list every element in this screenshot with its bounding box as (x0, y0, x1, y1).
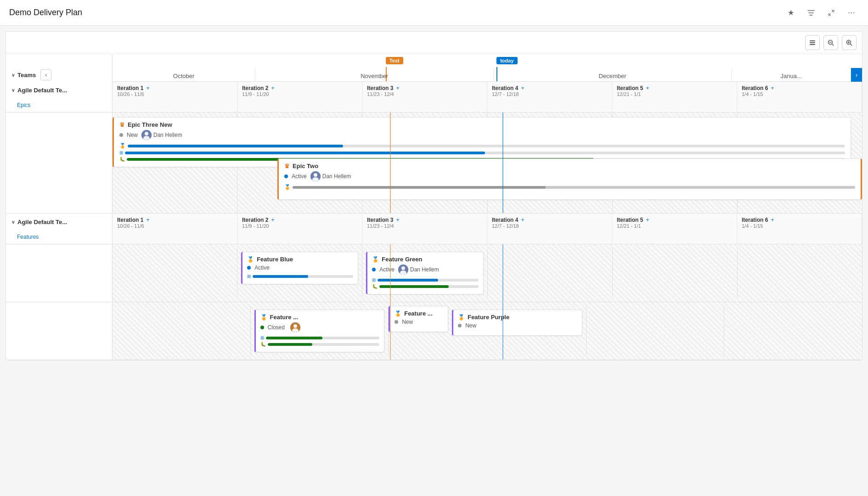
team2-left-header: ∨ Agile Default Te... Features (6, 214, 113, 244)
team1-iter2-add-button[interactable]: + (271, 85, 275, 91)
feature-closed-bar2: 🐛 (260, 342, 380, 347)
progress-fill-fb (253, 275, 308, 278)
feature-closed-title-row: 🏅 Feature ... (260, 314, 380, 321)
status-dot-fp (458, 324, 462, 327)
month-october: October (113, 68, 255, 81)
epic-two-card[interactable]: ♛ Epic Two Active (277, 158, 862, 200)
feature-closed-bar1: ⊞ (260, 335, 380, 340)
feature-closed-title: Feature ... (270, 314, 298, 321)
epic-three-bar1: 🏅 (119, 143, 845, 149)
test-v-line (390, 113, 391, 213)
team1-name-row[interactable]: ∨ Agile Default Te... (6, 82, 112, 98)
test-v-line-r2 (390, 302, 391, 360)
feature-closed-status-row: Closed (260, 322, 380, 333)
team2-iter5: Iteration 5 + 12/21 - 1/1 (612, 214, 737, 244)
stack-icon-fc: ⊞ (260, 335, 264, 340)
progress-fill-fc1 (266, 337, 323, 339)
progress-track-fc1 (266, 337, 380, 339)
team2-iter3-add-button[interactable]: + (396, 216, 400, 223)
team2-iter2-add-button[interactable]: + (271, 216, 275, 223)
trophy-icon-fc: 🏅 (260, 314, 267, 321)
chevron-down-icon: ∨ (11, 73, 15, 78)
teams-header: ∨ Teams ‹ (6, 54, 113, 82)
more-button[interactable]: ⋯ (844, 6, 859, 20)
team2-iter5-add-button[interactable]: + (646, 216, 649, 223)
nav-prev-button[interactable]: ‹ (40, 69, 51, 80)
feature-purple-status-row: New (458, 322, 577, 329)
filter-button[interactable] (804, 6, 818, 20)
epic-three-title: Epic Three New (128, 121, 172, 128)
team2-name-row[interactable]: ∨ Agile Default Te... (6, 214, 112, 230)
team1-left-header: ∨ Agile Default Te... Epics (6, 82, 113, 112)
epic-two-bar1: 🏅 (284, 184, 855, 190)
feature-closed-card[interactable]: 🏅 Feature ... Closed (254, 310, 385, 352)
team1-iter5-add-button[interactable]: + (646, 85, 649, 91)
team2-iter3: Iteration 3 + 11/23 - 12/4 (362, 214, 487, 244)
team2-col4-r1 (488, 248, 613, 298)
team2-features-left (6, 244, 113, 302)
epic-three-status: New (127, 132, 138, 138)
team2-iter2: Iteration 2 + 11/9 - 11/20 (237, 214, 362, 244)
zoom-in-button[interactable] (842, 35, 857, 50)
feature-green-title-row: 🏅 Feature Green (372, 256, 478, 263)
team1-epics-link[interactable]: Epics (6, 98, 112, 112)
test-line (386, 67, 387, 82)
team2-features-row1: 🏅 Feature Blue Active ⊞ (6, 244, 862, 302)
team2-iter6-add-button[interactable]: + (771, 216, 774, 223)
trophy-icon-e3: 🏅 (119, 143, 126, 149)
team2-col6-r1 (738, 248, 862, 298)
team1-iter6-add-button[interactable]: + (771, 85, 774, 91)
team1-iter1-add-button[interactable]: + (146, 85, 150, 91)
team1-iter4: Iteration 4 + 12/7 - 12/18 (487, 82, 612, 112)
bug-icon-fg: 🐛 (372, 284, 378, 289)
plan-container: Test today ∨ Teams ‹ October (6, 31, 862, 361)
team2-name: Agile Default Te... (17, 219, 67, 225)
feature-blue-bar1: ⊞ (247, 274, 353, 279)
epic-three-assignee: Dan Hellem (141, 130, 182, 140)
team2-features-gantt-r1: 🏅 Feature Blue Active ⊞ (113, 244, 862, 302)
feature-blue-status-row: Active (247, 265, 353, 271)
team2-iter4-add-button[interactable]: + (521, 216, 524, 223)
zoom-out-button[interactable] (823, 35, 838, 50)
team1-epics-row: ♛ Epic Three New New (6, 113, 862, 214)
team1-epics-left (6, 113, 113, 213)
chevron-down-icon-t1: ∨ (11, 88, 15, 93)
epic-three-status-row: New Dan Hellem (119, 130, 845, 140)
team1-name: Agile Default Te... (17, 87, 67, 94)
feature-green-title: Feature Green (382, 256, 422, 263)
team1-iter3-add-button[interactable]: + (396, 85, 400, 91)
collapse-rows-button[interactable] (805, 35, 820, 50)
team1-iter4-add-button[interactable]: + (521, 85, 524, 91)
feature-blue-title: Feature Blue (257, 256, 293, 263)
team2-features-link[interactable]: Features (6, 230, 112, 244)
progress-track-fc2 (268, 343, 380, 346)
svg-rect-1 (810, 42, 815, 43)
status-dot-e2 (284, 175, 288, 178)
team2-iter1-add-button[interactable]: + (146, 216, 150, 223)
team2-col2-r2: 🏅 Feature ... Closed (251, 306, 389, 356)
team1-epics-gantt: ♛ Epic Three New New (113, 113, 862, 213)
progress-fill-e2-1 (293, 186, 546, 189)
team1-iter3: Iteration 3 + 11/23 - 12/4 (362, 82, 487, 112)
star-button[interactable]: ★ (783, 6, 798, 20)
team2-iter4: Iteration 4 + 12/7 - 12/18 (487, 214, 612, 244)
page-title: Demo Delivery Plan (9, 8, 82, 17)
feature-new-card[interactable]: 🏅 Feature ... New (389, 306, 448, 332)
team2-iter-cols: Iteration 1 + 10/26 - 11/6 Iteration 2 +… (113, 214, 862, 244)
svg-point-9 (314, 173, 317, 177)
progress-track-fg2 (379, 285, 478, 288)
epic-three-bar2: ⊞ (119, 150, 845, 155)
feature-blue-card[interactable]: 🏅 Feature Blue Active ⊞ (241, 252, 358, 284)
epic-two-status-row: Active Dan Hellem (284, 171, 855, 181)
bug-icon-e3: 🐛 (119, 157, 125, 162)
feature-closed-status: Closed (268, 324, 285, 331)
feature-green-card[interactable]: 🏅 Feature Green Active (366, 252, 483, 294)
nav-next-button[interactable]: › (851, 68, 862, 82)
team2-col1-r2 (113, 306, 251, 356)
avatar-e2 (310, 171, 321, 181)
feature-purple-card[interactable]: 🏅 Feature Purple New (452, 310, 582, 336)
progress-fill-fg1 (378, 279, 438, 282)
team1-iter1: Iteration 1 + 10/26 - 11/6 (113, 82, 237, 112)
month-november: November (255, 68, 493, 81)
collapse-button[interactable] (824, 6, 839, 20)
